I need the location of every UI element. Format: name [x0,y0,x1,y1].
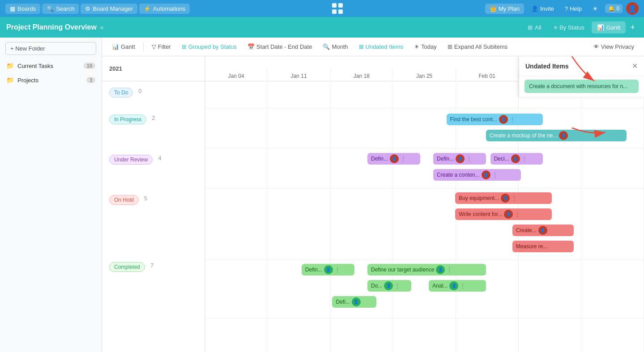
view-privacy-button[interactable]: 👁 View Privacy [590,42,638,52]
task-avatar-7: 👤 [501,194,510,203]
add-tab-button[interactable]: + [627,23,638,32]
row-count-underreview: 4 [158,155,161,161]
task-bar-measure[interactable]: Measure re... [512,241,574,252]
task-bar-define-audience[interactable]: Define our target audience 👤 ⋮ [367,264,486,276]
task-dots-9[interactable]: ⋮ [447,267,452,273]
sun-icon: ☀ [593,5,598,12]
task-bar-do[interactable]: Do... 👤 ⋮ [367,280,411,292]
task-label-9: Create... [516,227,537,233]
row-count-inprogress: 2 [152,115,155,121]
help-button[interactable]: ? Help [561,4,585,14]
grouped-by-button[interactable]: ⊞ Grouped by Status [178,42,240,52]
row-label-completed: Completed 7 [102,256,205,310]
status-badge-completed: Completed [109,262,145,272]
task-bar-create-2[interactable]: Create... 👤 [512,225,574,236]
task-dots-7[interactable]: ⋮ [515,211,520,217]
theme-button[interactable]: ☀ [589,4,601,14]
tab-by-status[interactable]: ≡ By Status [548,21,589,34]
filter-button[interactable]: ▽ Filter [148,42,175,52]
task-bar-anal[interactable]: Anal... 👤 ⋮ [429,280,486,292]
avatar[interactable]: 👤 [626,2,639,15]
date-range-button[interactable]: 📅 Start Date - End Date [244,42,316,52]
task-label-10: Measure re... [516,243,548,250]
zoom-icon: 🔍 [323,43,330,50]
task-dots-1[interactable]: ⋮ [510,116,515,123]
task-bar-deci[interactable]: Deci... 👤 ⋮ [490,153,543,165]
gantt-toolbar-icon: 📊 [112,43,119,50]
task-label-6: Create a conten... [437,172,479,178]
task-dots-10[interactable]: ⋮ [395,283,400,289]
task-bar-write-content[interactable]: Write content for... 👤 ⋮ [455,208,552,220]
date-jan04: Jan 04 [205,68,268,79]
task-label-3: Defin... [371,156,388,162]
search-button[interactable]: 🔍 Search [42,4,79,14]
automations-button[interactable]: ⚡ Automations [139,4,190,14]
task-dots-3[interactable]: ⋮ [466,156,472,162]
task-bar-buy-equipment[interactable]: Buy equipment... 👤 ⋮ [455,192,552,204]
gantt-row-completed: Defin... 👤 ⋮ Define our target audience … [205,260,644,318]
month-button[interactable]: 🔍 Month [319,42,351,52]
my-plan-button[interactable]: 👑 My Plan [485,4,524,14]
task-dots-11[interactable]: ⋮ [460,283,465,289]
task-avatar-6: 👤 [482,170,490,179]
date-jan25: Jan 25 [393,68,456,79]
year-label [205,56,212,60]
task-bar-find-best[interactable]: Find the best cont... 👤 ⋮ [447,114,543,125]
group-icon: ⊞ [182,43,187,50]
search-icon: 🔍 [47,5,54,12]
notification-badge[interactable]: 🔔 0 [605,4,623,13]
undated-item-1[interactable]: Create a document with resources for n..… [525,80,639,93]
svg-rect-3 [338,9,343,14]
task-avatar-12: 👤 [384,281,393,290]
top-nav-right: 👑 My Plan 👤 Invite ? Help ☀ 🔔 0 👤 [485,2,639,15]
undated-items-panel: Undated Items ✕ Create a document with r… [519,56,644,97]
tab-all[interactable]: ⊞ All [522,21,546,34]
task-dots-6[interactable]: ⋮ [512,195,517,201]
task-bar-defin-1[interactable]: Defin... 👤 ⋮ [367,153,420,165]
date-jan18: Jan 18 [330,68,393,79]
task-bar-defi-comp-2[interactable]: Defi... 👤 [332,296,376,308]
gantt-view-button[interactable]: 📊 Gantt [108,42,139,52]
row-count-todo: 0 [138,88,141,94]
expand-icon: ⊞ [448,43,452,50]
sidebar-item-projects[interactable]: 📁 Projects 3 [0,73,102,87]
gantt-row-inprogress: Find the best cont... 👤 ⋮ Create a mocku… [205,108,644,148]
tab-gantt[interactable]: 📊 Gantt [592,21,626,34]
current-tasks-badge: 19 [84,63,95,69]
task-label: Find the best cont... [450,116,497,123]
invite-button[interactable]: 👤 Invite [528,4,558,14]
gantt-row-onhold: Buy equipment... 👤 ⋮ Write content for..… [205,189,644,260]
undated-close-button[interactable]: ✕ [632,62,638,70]
toolbar: 📊 Gantt ▽ Filter ⊞ Grouped by Status 📅 S… [102,38,644,56]
task-avatar-10: 👤 [324,265,333,274]
gantt-row-underreview: Defin... 👤 ⋮ Defin... 👤 ⋮ Deci... 👤 [205,148,644,189]
automations-icon: ⚡ [144,5,151,12]
nav-arrows[interactable]: « [100,24,104,31]
row-label-underreview: Under Review 4 [102,148,205,189]
new-folder-button[interactable]: + New Folder [5,42,96,55]
task-dots-5[interactable]: ⋮ [492,172,498,178]
undated-items-button[interactable]: ⊠ Undated Items [355,42,407,52]
task-label-5: Deci... [494,156,509,162]
task-label-14: Anal... [432,283,448,289]
projects-badge: 3 [86,77,95,83]
invite-icon: 👤 [531,5,538,12]
board-manager-button[interactable]: ⚙ Board Manager [81,4,137,14]
task-bar-defin-comp-1[interactable]: Defin... 👤 ⋮ [302,264,354,276]
task-bar-defin-2[interactable]: Defin... 👤 ⋮ [433,153,486,165]
boards-button[interactable]: ▦ Boards [5,4,40,14]
task-avatar-11: 👤 [436,265,445,274]
sidebar-item-current-tasks[interactable]: 📁 Current Tasks 19 [0,59,102,73]
task-label-11: Defin... [305,267,322,273]
task-dots-8[interactable]: ⋮ [335,267,340,273]
task-bar-create-content[interactable]: Create a conten... 👤 ⋮ [433,169,521,181]
task-label-15: Defi... [336,299,350,305]
today-button[interactable]: ☀ Today [410,42,440,52]
task-label-8: Write content for... [459,211,502,217]
task-avatar-1: 👤 [499,115,508,124]
status-badge-todo: To Do [109,88,133,98]
expand-subitems-button[interactable]: ⊞ Expand All Subitems [444,42,511,52]
task-dots-2[interactable]: ⋮ [401,156,406,162]
task-bar-create-mockup[interactable]: Create a mockup of the ne... 👤 [486,130,627,141]
task-dots-4[interactable]: ⋮ [522,156,527,162]
